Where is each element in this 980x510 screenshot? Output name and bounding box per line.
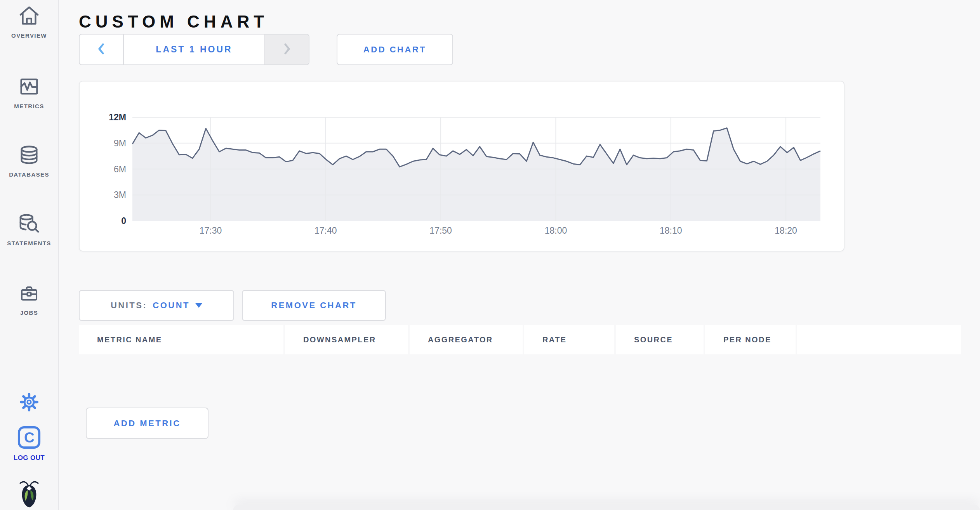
sidebar-item-overview[interactable]: OVERVIEW — [0, 4, 58, 39]
svg-text:0: 0 — [121, 216, 126, 226]
sidebar-item-label: STATEMENTS — [7, 240, 51, 246]
next-chart-card-edge — [233, 505, 980, 510]
svg-text:18:10: 18:10 — [660, 226, 682, 236]
column-header-source: SOURCE — [616, 325, 704, 354]
custom-chart-card[interactable]: 03M6M9M12M17:3017:4017:5018:0018:1018:20 — [79, 81, 844, 252]
svg-text:17:50: 17:50 — [429, 226, 452, 236]
svg-text:6M: 6M — [114, 164, 126, 174]
units-prefix-label: UNITS: — [111, 300, 147, 311]
svg-text:17:30: 17:30 — [200, 226, 222, 236]
sidebar: OVERVIEW METRICS DATABASES — [0, 0, 59, 510]
sidebar-item-metrics[interactable]: METRICS — [0, 75, 58, 109]
metrics-table-header: METRIC NAME DOWNSAMPLER AGGREGATOR RATE … — [79, 325, 961, 354]
remove-chart-button[interactable]: REMOVE CHART — [242, 290, 386, 321]
home-icon — [17, 4, 42, 28]
svg-text:18:00: 18:00 — [545, 226, 567, 236]
sidebar-item-statements[interactable]: STATEMENTS — [0, 212, 58, 246]
settings-button[interactable] — [0, 393, 58, 413]
chevron-left-icon — [97, 43, 106, 57]
custom-chart-page: OVERVIEW METRICS DATABASES — [0, 0, 980, 510]
column-header-aggregator: AGGREGATOR — [410, 325, 523, 354]
svg-text:17:40: 17:40 — [315, 226, 337, 236]
cockroach-bug-logo[interactable] — [0, 479, 58, 508]
svg-text:3M: 3M — [114, 190, 126, 200]
add-chart-button[interactable]: ADD CHART — [337, 34, 453, 65]
svg-text:C: C — [24, 430, 35, 446]
chevron-right-icon — [283, 43, 291, 57]
sidebar-item-label: DATABASES — [9, 171, 49, 178]
column-header-metric-name: METRIC NAME — [79, 325, 283, 354]
column-header-actions — [797, 325, 961, 354]
time-range-selector: LAST 1 HOUR — [79, 34, 309, 65]
logout-label: LOG OUT — [14, 454, 45, 462]
gear-icon — [20, 393, 38, 413]
database-search-icon — [17, 212, 42, 236]
chevron-down-icon — [195, 303, 202, 308]
svg-text:12M: 12M — [109, 112, 126, 122]
timeseries-chart[interactable]: 03M6M9M12M17:3017:4017:5018:0018:1018:20 — [80, 82, 844, 251]
cockroach-c-icon: C — [17, 425, 41, 451]
sidebar-item-label: OVERVIEW — [11, 32, 47, 39]
time-range-dropdown[interactable]: LAST 1 HOUR — [124, 35, 264, 64]
briefcase-icon — [17, 283, 41, 305]
add-metric-button[interactable]: ADD METRIC — [86, 408, 209, 439]
sidebar-item-databases[interactable]: DATABASES — [0, 143, 58, 178]
svg-text:18:20: 18:20 — [775, 226, 797, 236]
units-value: COUNT — [153, 300, 190, 311]
sidebar-item-jobs[interactable]: JOBS — [0, 283, 58, 316]
column-header-rate: RATE — [524, 325, 614, 354]
time-range-prev-button[interactable] — [80, 35, 124, 64]
page-title: CUSTOM CHART — [79, 12, 268, 31]
logout-button[interactable]: C LOG OUT — [0, 425, 58, 462]
sidebar-item-label: JOBS — [20, 309, 38, 316]
column-header-downsampler: DOWNSAMPLER — [285, 325, 408, 354]
sidebar-item-label: METRICS — [14, 103, 44, 109]
metrics-graph-icon — [17, 75, 42, 99]
table-row: round-trip-latency-p50 ✕ AVG SUM Normal … — [0, 354, 980, 392]
svg-text:9M: 9M — [114, 138, 126, 148]
database-icon — [17, 143, 42, 167]
units-dropdown[interactable]: UNITS: COUNT — [79, 290, 234, 321]
time-range-next-button[interactable] — [264, 35, 309, 64]
column-header-per-node: PER NODE — [705, 325, 796, 354]
